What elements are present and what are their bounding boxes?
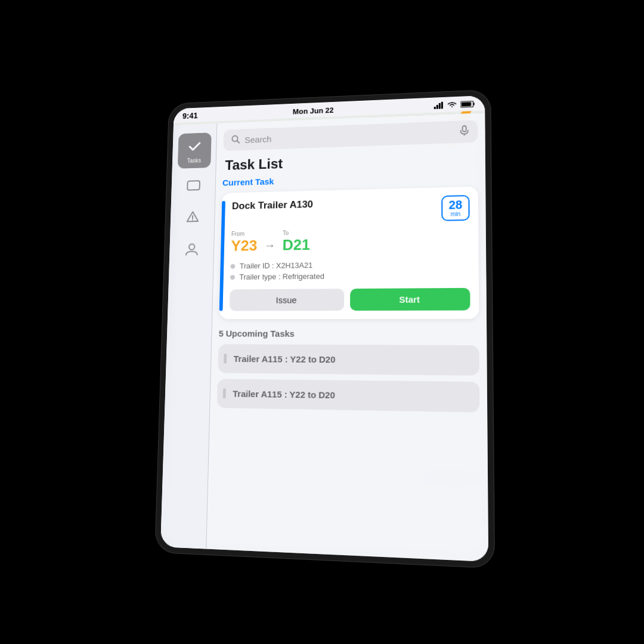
- task-content: Dock Trailer A130 28 min From Y23: [230, 195, 470, 311]
- search-placeholder: Search: [244, 127, 454, 144]
- task-title: Dock Trailer A130: [232, 199, 313, 212]
- task-blue-bar: [219, 201, 225, 311]
- task-detail-type: Trailer type : Refrigerated: [230, 270, 470, 281]
- detail-dot-type: [230, 275, 235, 280]
- svg-point-10: [188, 244, 194, 250]
- sidebar-item-profile[interactable]: [175, 236, 209, 264]
- svg-rect-13: [463, 126, 466, 132]
- route-to-section: To D21: [282, 230, 310, 255]
- start-button[interactable]: Start: [350, 288, 470, 311]
- task-actions: Issue Start: [230, 288, 470, 311]
- upcoming-task-title-2: Trailer A115 : Y22 to D20: [233, 389, 335, 401]
- profile-icon: [182, 240, 201, 258]
- upcoming-label: 5 Upcoming Tasks: [219, 329, 479, 339]
- svg-rect-5: [473, 103, 475, 105]
- signal-icon: [434, 102, 444, 109]
- route-to-value: D21: [282, 236, 310, 254]
- current-task-card: Dock Trailer A130 28 min From Y23: [219, 187, 479, 319]
- svg-line-12: [237, 140, 240, 143]
- wifi-icon: [447, 101, 457, 109]
- task-trailer-id: Trailer ID : X2H13A21: [240, 261, 313, 270]
- upcoming-task-2[interactable]: Trailer A115 : Y22 to D20: [217, 379, 480, 412]
- task-timer-number: 28: [447, 199, 463, 210]
- battery-icon: [460, 100, 475, 108]
- sidebar-item-tasks[interactable]: Tasks: [177, 132, 211, 169]
- search-icon: [231, 135, 240, 145]
- route-arrow-icon: →: [264, 233, 276, 252]
- status-time: 9:41: [182, 111, 198, 120]
- svg-rect-3: [441, 102, 443, 109]
- upcoming-task-title-1: Trailer A115 : Y22 to D20: [233, 354, 335, 364]
- search-bar[interactable]: Search: [223, 120, 478, 151]
- task-timer: 28 min: [441, 195, 469, 221]
- status-icons: [434, 100, 475, 109]
- task-detail-id: Trailer ID : X2H13A21: [230, 259, 470, 270]
- mic-icon[interactable]: [459, 125, 469, 138]
- alerts-icon: [183, 208, 202, 227]
- panel-scroll[interactable]: Current Task Dock Trailer A130 28 min: [206, 171, 488, 562]
- route-from-section: From Y23: [231, 230, 258, 255]
- upcoming-task-1[interactable]: Trailer A115 : Y22 to D20: [218, 344, 479, 376]
- route-from-value: Y23: [231, 237, 258, 255]
- svg-rect-7: [187, 181, 200, 190]
- main-panel: Search Task List Current Task: [206, 113, 488, 562]
- svg-point-9: [192, 219, 193, 221]
- svg-rect-1: [436, 105, 438, 109]
- sidebar-item-alerts[interactable]: [175, 203, 209, 231]
- task-trailer-type: Trailer type : Refrigerated: [239, 272, 324, 281]
- sidebar-item-messages[interactable]: [177, 172, 210, 200]
- tasks-checkmark-icon: [185, 137, 203, 156]
- task-route: From Y23 → To D21: [231, 227, 470, 255]
- svg-rect-6: [462, 102, 471, 106]
- detail-dot-id: [231, 264, 236, 268]
- messages-icon: [184, 177, 202, 195]
- svg-rect-2: [439, 103, 441, 109]
- task-timer-unit: min: [447, 210, 463, 218]
- svg-rect-0: [434, 107, 436, 109]
- issue-button[interactable]: Issue: [230, 289, 344, 311]
- upcoming-bar-1: [224, 354, 227, 364]
- status-date: Mon Jun 22: [293, 106, 334, 116]
- route-from-label: From: [231, 230, 258, 237]
- sidebar-tasks-label: Tasks: [187, 157, 201, 164]
- upcoming-bar-2: [223, 388, 226, 398]
- route-to-label: To: [283, 230, 310, 236]
- task-header: Dock Trailer A130 28 min: [231, 195, 469, 225]
